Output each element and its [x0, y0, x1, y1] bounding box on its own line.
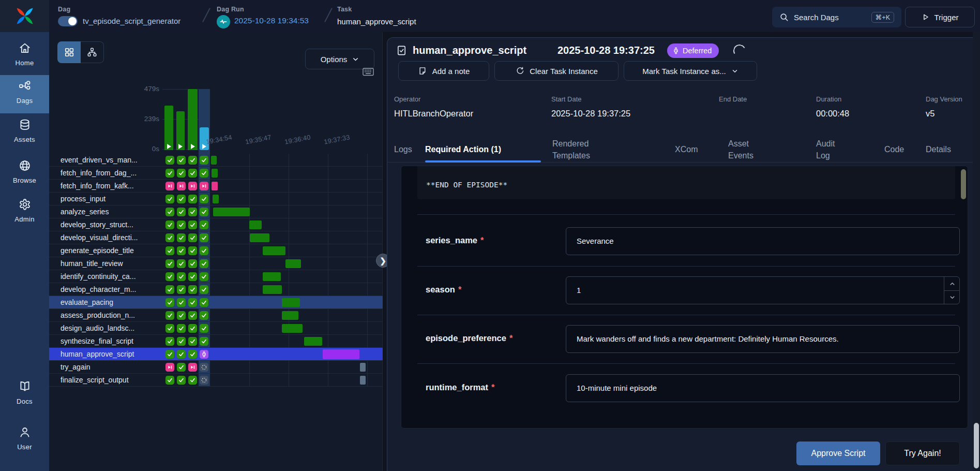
- task-status-success-icon[interactable]: [177, 363, 186, 372]
- page-scrollbar-thumb[interactable]: [974, 423, 979, 468]
- task-status-success-icon[interactable]: [165, 169, 174, 178]
- task-status-success-icon[interactable]: [200, 272, 208, 281]
- action-clear-task-instance-button[interactable]: Clear Task Instance: [494, 61, 619, 81]
- task-name[interactable]: synthesize_final_script: [61, 335, 133, 347]
- field-input-series_name[interactable]: Severance: [566, 227, 960, 255]
- task-status-success-icon[interactable]: [200, 246, 208, 255]
- task-name[interactable]: develop_story_struct...: [61, 218, 133, 231]
- sidebar-item-assets[interactable]: Assets: [0, 118, 49, 143]
- content-scrollbar-thumb[interactable]: [961, 169, 966, 199]
- action-add-a-note-button[interactable]: Add a note: [398, 61, 489, 81]
- task-status-success-icon[interactable]: [188, 298, 197, 307]
- task-status-success-icon[interactable]: [200, 285, 208, 294]
- task-row[interactable]: process_input: [49, 193, 383, 205]
- task-status-success-icon[interactable]: [188, 195, 197, 203]
- sidebar-item-home[interactable]: Home: [0, 41, 49, 67]
- task-name[interactable]: develop_visual_directi...: [61, 231, 138, 244]
- task-status-skipped-icon[interactable]: [165, 182, 174, 190]
- run-duration-bar[interactable]: [176, 111, 185, 150]
- task-status-success-icon[interactable]: [177, 220, 186, 229]
- search-dags-button[interactable]: Search Dags ⌘+K: [772, 7, 901, 27]
- graph-view-button[interactable]: [81, 41, 104, 63]
- task-status-success-icon[interactable]: [177, 350, 186, 359]
- gantt-bar[interactable]: [282, 298, 300, 307]
- task-name[interactable]: try_again: [61, 361, 91, 373]
- run-duration-bar[interactable]: [164, 106, 173, 150]
- gantt-bar[interactable]: [304, 337, 322, 346]
- gantt-bar[interactable]: [263, 285, 282, 294]
- gantt-bar[interactable]: [212, 182, 218, 190]
- gantt-bar[interactable]: [213, 195, 219, 203]
- task-status-success-icon[interactable]: [177, 376, 186, 385]
- task-status-success-icon[interactable]: [165, 246, 174, 255]
- tab-details[interactable]: Details: [926, 138, 963, 161]
- task-row[interactable]: develop_character_m...: [49, 283, 383, 296]
- task-status-success-icon[interactable]: [188, 246, 197, 255]
- task-status-skipped-icon[interactable]: [177, 182, 186, 190]
- keyboard-shortcuts-icon[interactable]: [363, 67, 374, 77]
- task-row[interactable]: design_audio_landsc...: [49, 322, 383, 335]
- tab-code[interactable]: Code: [884, 138, 917, 161]
- task-status-success-icon[interactable]: [165, 156, 174, 165]
- gantt-bar[interactable]: [211, 156, 217, 165]
- field-input-runtime_format[interactable]: 10-minute mini episode: [566, 374, 960, 402]
- task-name[interactable]: fetch_info_from_dag_...: [61, 167, 137, 179]
- task-status-success-icon[interactable]: [188, 169, 197, 178]
- task-name[interactable]: assess_production_n...: [61, 309, 135, 321]
- options-button[interactable]: Options: [305, 49, 374, 69]
- task-status-success-icon[interactable]: [200, 311, 208, 320]
- task-status-success-icon[interactable]: [200, 298, 208, 307]
- stepper-up-button[interactable]: [944, 277, 960, 290]
- task-status-success-icon[interactable]: [177, 169, 186, 178]
- trigger-button[interactable]: Trigger: [905, 7, 975, 27]
- gantt-bar[interactable]: [250, 233, 269, 242]
- gantt-bar[interactable]: [282, 324, 303, 333]
- gantt-bar[interactable]: [285, 259, 301, 268]
- task-status-success-icon[interactable]: [177, 195, 186, 203]
- task-status-success-icon[interactable]: [188, 376, 197, 385]
- task-name[interactable]: event_driven_vs_man...: [61, 154, 138, 166]
- dag-pause-toggle[interactable]: [58, 16, 78, 26]
- tab-rendered-templates[interactable]: Rendered Templates: [552, 138, 621, 161]
- task-status-success-icon[interactable]: [200, 337, 208, 346]
- task-status-success-icon[interactable]: [177, 311, 186, 320]
- gantt-bar[interactable]: [263, 246, 285, 255]
- grid-view-button[interactable]: [57, 41, 81, 63]
- task-row[interactable]: analyze_series: [49, 205, 383, 218]
- task-status-success-icon[interactable]: [165, 311, 174, 320]
- task-name[interactable]: develop_character_m...: [61, 283, 136, 296]
- task-status-success-icon[interactable]: [188, 337, 197, 346]
- approve-script-button[interactable]: Approve Script: [796, 441, 880, 465]
- run-play-icon[interactable]: [191, 144, 195, 149]
- task-name[interactable]: finalize_script_output: [61, 374, 129, 386]
- field-input-episode_preference[interactable]: Mark wanders off and finds a new departm…: [566, 325, 960, 353]
- stepper-down-button[interactable]: [944, 290, 960, 304]
- task-name[interactable]: generate_episode_title: [61, 244, 134, 257]
- task-name[interactable]: fetch_info_from_kafk...: [61, 180, 134, 192]
- task-name[interactable]: human_title_review: [61, 257, 123, 270]
- gantt-bar[interactable]: [282, 311, 298, 320]
- task-status-success-icon[interactable]: [200, 233, 208, 242]
- task-status-success-icon[interactable]: [165, 298, 174, 307]
- task-status-success-icon[interactable]: [200, 156, 208, 165]
- task-status-success-icon[interactable]: [177, 156, 186, 165]
- task-row[interactable]: synthesize_final_script: [49, 335, 383, 348]
- task-row[interactable]: fetch_info_from_dag_...: [49, 167, 383, 180]
- task-status-skipped-icon[interactable]: [188, 363, 197, 372]
- airflow-logo[interactable]: [0, 0, 49, 32]
- task-status-success-icon[interactable]: [177, 272, 186, 281]
- tab-asset-events[interactable]: Asset Events: [728, 138, 772, 161]
- task-status-success-icon[interactable]: [165, 233, 174, 242]
- tab-logs[interactable]: Logs: [394, 138, 427, 161]
- task-name[interactable]: human_approve_script: [61, 348, 134, 360]
- task-status-success-icon[interactable]: [200, 169, 208, 178]
- task-name[interactable]: analyze_series: [61, 205, 109, 218]
- tab-xcom[interactable]: XCom: [675, 138, 712, 161]
- task-status-success-icon[interactable]: [177, 337, 186, 346]
- task-status-success-icon[interactable]: [165, 208, 174, 216]
- task-status-success-icon[interactable]: [177, 208, 186, 216]
- task-status-skipped-icon[interactable]: [188, 182, 197, 190]
- task-status-deferred-icon[interactable]: [200, 350, 208, 359]
- breadcrumb-dagrun-date[interactable]: 2025-10-28 19:34:53: [234, 16, 309, 25]
- task-name[interactable]: design_audio_landsc...: [61, 322, 134, 334]
